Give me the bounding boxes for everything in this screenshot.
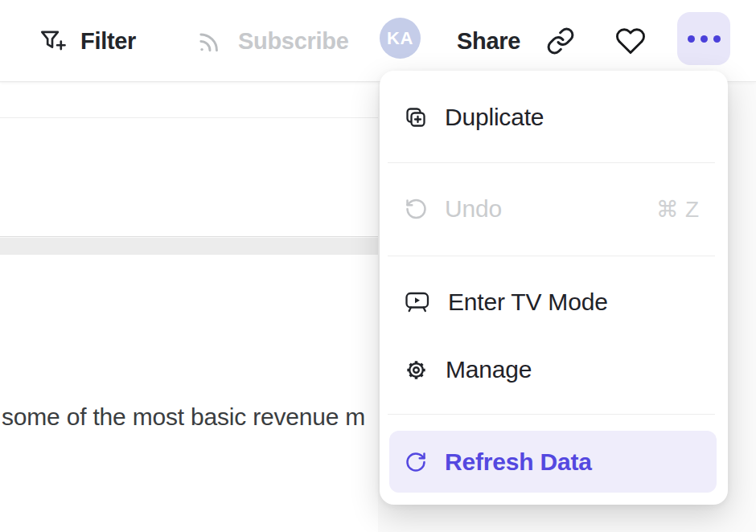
dashboard-card-upper <box>0 83 378 237</box>
heart-icon <box>615 26 646 56</box>
card-gap <box>0 238 378 255</box>
menu-item-refresh-data[interactable]: Refresh Data <box>389 431 717 493</box>
menu-item-label: Enter TV Mode <box>448 289 608 316</box>
avatar[interactable]: KA <box>380 18 421 59</box>
filter-plus-icon <box>38 27 67 55</box>
share-label: Share <box>457 28 520 55</box>
menu-item-label: Refresh Data <box>445 448 592 476</box>
subscribe-label: Subscribe <box>238 28 349 55</box>
context-menu: Duplicate Undo ⌘ Z Enter TV Mode <box>380 71 728 505</box>
menu-item-manage[interactable]: Manage <box>380 334 728 405</box>
menu-item-enter-tv-mode[interactable]: Enter TV Mode <box>380 265 728 339</box>
rss-icon <box>195 27 224 55</box>
undo-icon <box>404 197 428 221</box>
subscribe-button[interactable]: Subscribe <box>195 0 349 82</box>
refresh-icon <box>404 450 428 474</box>
menu-item-shortcut: ⌘ Z <box>656 196 699 223</box>
menu-divider <box>388 162 715 163</box>
avatar-initials: KA <box>387 28 413 49</box>
menu-divider <box>388 414 715 415</box>
filter-button[interactable]: Filter <box>38 0 136 82</box>
menu-divider <box>388 256 715 256</box>
gear-icon <box>404 358 429 383</box>
dashboard-paragraph: some of the most basic revenue m <box>2 403 365 431</box>
copy-link-button[interactable] <box>546 0 575 82</box>
duplicate-icon <box>404 105 428 129</box>
dashboard-card-lower <box>0 255 378 532</box>
share-button[interactable]: Share <box>457 0 520 82</box>
dashboard-card-header <box>0 83 378 118</box>
more-options-button[interactable] <box>677 12 730 65</box>
menu-item-undo: Undo ⌘ Z <box>380 172 728 246</box>
menu-item-label: Manage <box>446 356 532 383</box>
menu-item-label: Duplicate <box>445 104 544 131</box>
favorite-button[interactable] <box>615 0 646 82</box>
filter-label: Filter <box>80 28 136 55</box>
menu-item-label: Undo <box>445 195 502 223</box>
tv-mode-icon <box>404 290 431 314</box>
toolbar: Filter Subscribe KA Share <box>0 0 756 82</box>
ellipsis-icon <box>688 35 721 43</box>
link-icon <box>546 27 575 55</box>
menu-item-duplicate[interactable]: Duplicate <box>380 79 728 156</box>
